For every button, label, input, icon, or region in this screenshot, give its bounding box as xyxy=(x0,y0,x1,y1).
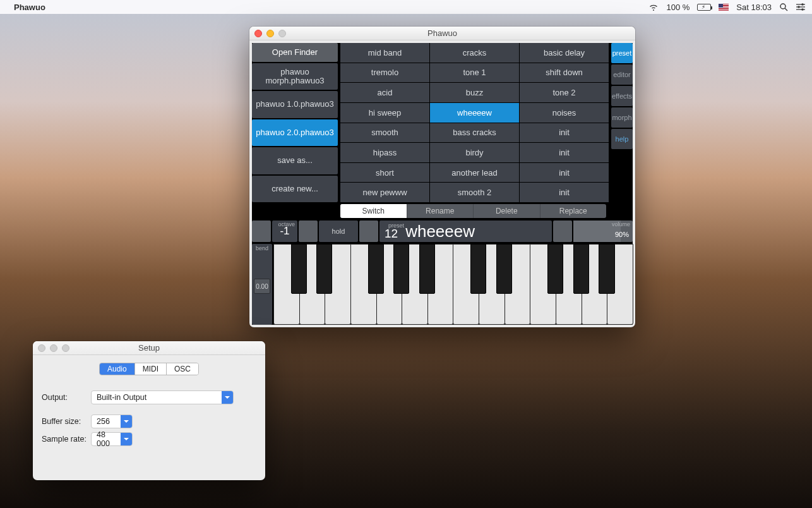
preset-cell[interactable]: smooth 2 xyxy=(430,183,519,202)
black-key[interactable] xyxy=(599,244,614,294)
switch-button[interactable]: Switch xyxy=(340,204,407,218)
tab-morph[interactable]: morph xyxy=(611,107,633,128)
tab-effects[interactable]: effects xyxy=(611,86,633,106)
preset-cell[interactable]: birdy xyxy=(430,143,519,162)
pitch-bend-strip[interactable]: bend 0.00 xyxy=(252,244,272,325)
preset-cell[interactable]: buzz xyxy=(430,83,519,102)
titlebar[interactable]: Phawuo xyxy=(249,27,635,40)
spotlight-icon[interactable] xyxy=(779,3,788,11)
preset-cell[interactable]: init xyxy=(520,163,609,183)
clock[interactable]: Sat 18:03 xyxy=(736,3,772,12)
hold-button[interactable]: hold xyxy=(319,221,358,242)
close-icon[interactable] xyxy=(38,344,45,352)
delete-button[interactable]: Delete xyxy=(474,204,540,218)
minimize-icon[interactable] xyxy=(266,30,274,37)
piano-keyboard xyxy=(273,244,633,325)
preset-cell[interactable]: new pewww xyxy=(340,183,429,202)
preset-cell[interactable]: wheeeew xyxy=(430,103,519,123)
open-finder-button[interactable]: Open Finder xyxy=(252,43,338,62)
preset-display: preset 12 wheeeew xyxy=(379,221,552,242)
app-menu[interactable]: Phawuo xyxy=(14,3,45,12)
preset-cell[interactable]: basic delay xyxy=(520,43,609,63)
replace-button[interactable]: Replace xyxy=(540,204,607,218)
octave-label: octave xyxy=(278,221,295,227)
output-select[interactable]: Built-in Output xyxy=(91,390,234,404)
black-key[interactable] xyxy=(316,244,332,294)
black-key[interactable] xyxy=(496,244,512,294)
preset-cell[interactable]: noises xyxy=(520,103,609,123)
window-title: Setup xyxy=(138,343,160,353)
octave-down-button[interactable] xyxy=(252,221,271,242)
black-key[interactable] xyxy=(419,244,435,294)
preset-cell[interactable]: short xyxy=(340,163,429,183)
preset-action-bar: Switch Rename Delete Replace xyxy=(340,204,606,218)
svg-point-5 xyxy=(801,3,804,6)
setup-window: Setup Audio MIDI OSC Output: Built-in Ou… xyxy=(33,341,265,480)
preset-cell[interactable]: mid band xyxy=(340,43,429,63)
volume-slider[interactable]: volume 90% xyxy=(573,221,633,242)
volume-value: 90% xyxy=(615,231,629,238)
preset-cell[interactable]: shift down xyxy=(520,63,609,83)
create-new-button[interactable]: create new... xyxy=(252,176,338,202)
preset-next-button[interactable] xyxy=(553,221,572,242)
setup-tabs: Audio MIDI OSC xyxy=(99,363,199,375)
black-key[interactable] xyxy=(393,244,409,294)
tab-preset[interactable]: preset xyxy=(611,43,633,63)
sample-rate-label: Sample rate: xyxy=(42,435,91,444)
wifi-icon[interactable] xyxy=(648,3,659,11)
titlebar[interactable]: Setup xyxy=(33,341,265,355)
sample-rate-select[interactable]: 48 000 xyxy=(91,432,133,446)
svg-line-1 xyxy=(785,8,787,11)
save-as-button[interactable]: save as... xyxy=(252,147,338,174)
battery-icon[interactable]: ⚡︎ xyxy=(697,4,711,11)
preset-cell[interactable]: cracks xyxy=(430,43,519,63)
preset-name: wheeeew xyxy=(405,222,475,241)
zoom-icon xyxy=(278,30,286,37)
preset-cell[interactable]: init xyxy=(520,143,609,162)
svg-point-6 xyxy=(797,6,800,8)
tab-midi[interactable]: MIDI xyxy=(135,363,167,375)
preset-prev-button[interactable] xyxy=(359,221,378,242)
chevron-down-icon xyxy=(121,433,132,445)
chevron-down-icon xyxy=(222,391,233,404)
svg-point-7 xyxy=(801,8,804,11)
output-label: Output: xyxy=(42,393,91,402)
preset-cell[interactable]: hipass xyxy=(340,143,429,162)
tab-audio[interactable]: Audio xyxy=(100,363,135,375)
tab-help[interactable]: help xyxy=(611,129,633,149)
octave-display: octave -1 xyxy=(272,221,297,242)
black-key[interactable] xyxy=(368,244,384,294)
preset-number: 12 xyxy=(385,227,398,240)
preset-cell[interactable]: acid xyxy=(340,83,429,102)
battery-percent: 100 % xyxy=(666,3,690,12)
close-icon[interactable] xyxy=(254,30,262,37)
sidebar-file[interactable]: phawuo 2.0.phawuo3 xyxy=(252,119,338,146)
control-strip: octave -1 hold preset 12 wheeeew volume … xyxy=(252,221,633,242)
control-center-icon[interactable] xyxy=(796,3,806,11)
octave-up-button[interactable] xyxy=(299,221,318,242)
buffer-size-select[interactable]: 256 xyxy=(91,414,133,428)
preset-cell[interactable]: hi sweep xyxy=(340,103,429,123)
black-key[interactable] xyxy=(291,244,307,294)
preset-cell[interactable]: init xyxy=(520,183,609,202)
preset-cell[interactable]: tremolo xyxy=(340,63,429,83)
window-title: Phawuo xyxy=(427,28,457,38)
phawuo-window: Phawuo Open Finder phawuo morph.phawuo3 … xyxy=(249,27,635,327)
tab-editor[interactable]: editor xyxy=(611,64,633,85)
input-language-icon[interactable] xyxy=(719,4,729,11)
minimize-icon xyxy=(50,344,57,352)
black-key[interactable] xyxy=(547,244,563,294)
preset-cell[interactable]: bass cracks xyxy=(430,123,519,143)
black-key[interactable] xyxy=(470,244,486,294)
svg-point-0 xyxy=(780,4,785,9)
black-key[interactable] xyxy=(573,244,589,294)
sidebar-file[interactable]: phawuo 1.0.phawuo3 xyxy=(252,91,338,118)
preset-cell[interactable]: smooth xyxy=(340,123,429,143)
sidebar-file[interactable]: phawuo morph.phawuo3 xyxy=(252,63,338,90)
preset-cell[interactable]: another lead xyxy=(430,163,519,183)
preset-cell[interactable]: init xyxy=(520,123,609,143)
tab-osc[interactable]: OSC xyxy=(167,363,198,375)
preset-cell[interactable]: tone 1 xyxy=(430,63,519,83)
preset-cell[interactable]: tone 2 xyxy=(520,83,609,102)
rename-button[interactable]: Rename xyxy=(407,204,474,218)
